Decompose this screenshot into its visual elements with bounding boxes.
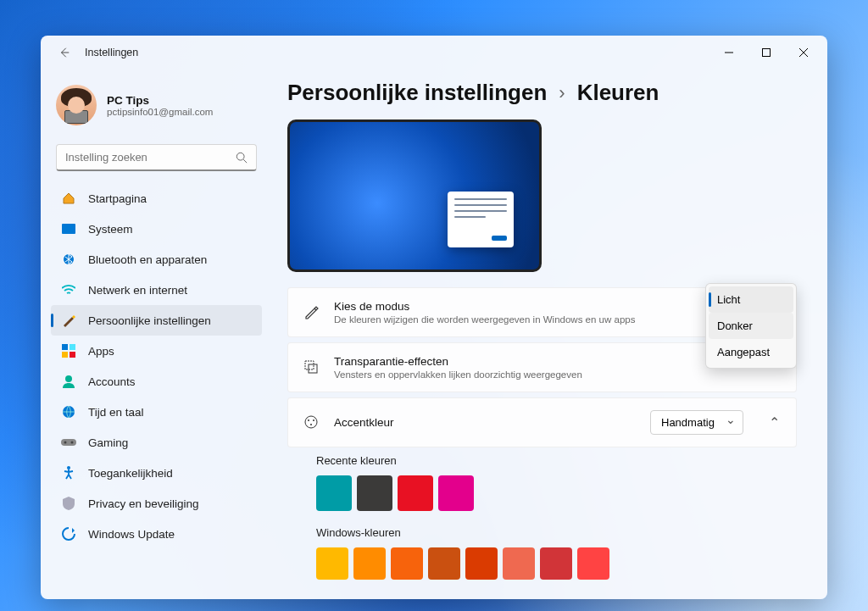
system-icon [61, 221, 76, 236]
nav-bluetooth[interactable]: Bluetooth en apparaten [51, 244, 262, 275]
color-swatch[interactable] [398, 475, 433, 511]
color-swatch[interactable] [438, 475, 474, 511]
wifi-icon [61, 282, 76, 297]
nav-privacy[interactable]: Privacy en beveiliging [51, 488, 262, 519]
nav-label: Tijd en taal [88, 406, 144, 419]
maximize-button[interactable] [748, 39, 785, 66]
avatar [56, 85, 97, 125]
update-icon [61, 526, 76, 542]
svg-rect-2 [62, 224, 75, 234]
nav-label: Persoonlijke instellingen [88, 314, 211, 327]
windows-colors [316, 547, 797, 580]
person-icon [61, 374, 76, 389]
nav-apps[interactable]: Apps [51, 336, 262, 366]
svg-rect-5 [70, 344, 75, 350]
nav-label: Toegankelijkheid [88, 467, 173, 480]
bluetooth-icon [61, 252, 76, 267]
svg-point-8 [65, 375, 72, 382]
nav-list: Startpagina Systeem Bluetooth en apparat… [44, 183, 269, 549]
nav-label: Privacy en beveiliging [88, 497, 199, 510]
nav-personalization[interactable]: Persoonlijke instellingen [51, 305, 262, 336]
mode-option-dark[interactable]: Donker [709, 313, 793, 339]
profile-block[interactable]: PC Tips pctipsinfo01@gmail.com [44, 78, 269, 141]
mode-dropdown: Licht Donker Aangepast [705, 283, 797, 369]
back-button[interactable] [53, 41, 76, 64]
settings-window: Instellingen PC Tips pctipsinfo01@gmail.… [41, 36, 827, 599]
window-title: Instellingen [85, 47, 138, 58]
brush-icon [61, 313, 76, 328]
nav-home[interactable]: Startpagina [51, 183, 262, 214]
nav-update[interactable]: Windows Update [51, 519, 262, 549]
svg-point-13 [67, 466, 70, 469]
svg-point-17 [308, 419, 309, 421]
svg-rect-6 [62, 352, 68, 358]
brush-icon [303, 304, 320, 321]
transparency-desc: Vensters en oppervlakken lijken doorzich… [334, 369, 582, 380]
nav-time[interactable]: Tijd en taal [51, 397, 262, 427]
search-box[interactable] [56, 144, 257, 171]
svg-point-12 [71, 442, 74, 444]
profile-name: PC Tips [107, 94, 213, 107]
breadcrumb: Persoonlijke instellingen › Kleuren [287, 80, 797, 106]
transparency-title: Transparantie-effecten [334, 355, 582, 368]
apps-icon [61, 343, 76, 358]
palette-icon [303, 414, 320, 431]
color-swatch[interactable] [503, 547, 535, 580]
svg-point-18 [313, 419, 314, 421]
mode-title: Kies de modus [334, 300, 635, 313]
svg-rect-7 [70, 352, 75, 358]
color-swatch[interactable] [540, 547, 572, 580]
svg-point-11 [64, 442, 67, 444]
sidebar: PC Tips pctipsinfo01@gmail.com Startpagi… [41, 69, 274, 599]
nav-label: Bluetooth en apparaten [88, 253, 207, 266]
svg-rect-14 [305, 361, 314, 369]
color-swatch[interactable] [357, 475, 392, 511]
expand-button[interactable]: ⌃ [767, 414, 781, 430]
svg-rect-0 [763, 49, 771, 57]
search-input[interactable] [65, 151, 236, 164]
svg-rect-15 [309, 364, 317, 373]
color-swatch[interactable] [316, 475, 352, 511]
nav-accessibility[interactable]: Toegankelijkheid [51, 458, 262, 488]
recent-colors-label: Recente kleuren [316, 454, 797, 467]
nav-accounts[interactable]: Accounts [51, 366, 262, 397]
color-swatch[interactable] [316, 547, 348, 580]
titlebar: Instellingen [41, 36, 827, 69]
nav-system[interactable]: Systeem [51, 214, 262, 244]
nav-label: Startpagina [88, 192, 147, 205]
svg-point-16 [305, 416, 317, 428]
gamepad-icon [61, 435, 76, 450]
minimize-button[interactable] [710, 39, 748, 66]
mode-option-custom[interactable]: Aangepast [709, 339, 793, 365]
color-swatch[interactable] [577, 547, 609, 580]
color-swatch[interactable] [391, 547, 423, 580]
search-icon [236, 152, 248, 164]
accent-select[interactable]: Handmatig [650, 410, 743, 435]
svg-point-1 [236, 153, 244, 160]
nav-label: Windows Update [88, 528, 175, 541]
accent-setting[interactable]: Accentkleur Handmatig ⌃ [287, 397, 797, 447]
chevron-right-icon: › [559, 82, 565, 104]
nav-network[interactable]: Netwerk en internet [51, 275, 262, 305]
content-area: Persoonlijke instellingen › Kleuren Kies… [274, 69, 827, 599]
color-swatch[interactable] [428, 547, 460, 580]
nav-label: Apps [88, 345, 114, 358]
close-icon [799, 48, 808, 57]
transparency-icon [303, 359, 320, 376]
breadcrumb-parent[interactable]: Persoonlijke instellingen [287, 80, 547, 106]
recent-colors [316, 475, 797, 511]
color-swatch[interactable] [353, 547, 386, 580]
mode-option-light[interactable]: Licht [709, 286, 793, 313]
minimize-icon [725, 48, 733, 57]
home-icon [61, 191, 76, 206]
profile-email: pctipsinfo01@gmail.com [107, 107, 213, 117]
nav-label: Gaming [88, 436, 128, 449]
color-swatch[interactable] [465, 547, 498, 580]
accent-title: Accentkleur [334, 416, 394, 429]
close-button[interactable] [785, 39, 822, 66]
globe-icon [61, 404, 76, 419]
nav-label: Systeem [88, 223, 133, 236]
nav-gaming[interactable]: Gaming [51, 427, 262, 458]
maximize-icon [762, 48, 771, 57]
nav-label: Netwerk en internet [88, 284, 187, 297]
